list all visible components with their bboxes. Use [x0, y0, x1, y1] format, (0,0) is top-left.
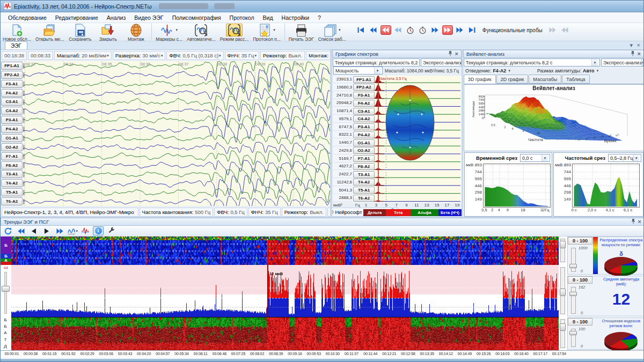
dropdown-arrow-icon[interactable]: ▾	[273, 28, 275, 32]
close-icon[interactable]: ×	[638, 219, 641, 224]
eeg-traces-canvas[interactable]	[23, 61, 330, 206]
pin-icon[interactable]	[630, 50, 635, 57]
eeg-channel-t3-a1[interactable]: T3-A1	[1, 170, 23, 178]
eeg-channel-fp2-a2[interactable]: FP2-A2	[1, 71, 23, 79]
spectra-panel-titlebar[interactable]: Графики спектров ×	[332, 50, 462, 58]
nav-timer-button[interactable]	[405, 25, 416, 35]
eeg-channel-f7-a1[interactable]: F7-A1	[1, 152, 23, 160]
tab-eeg[interactable]: ЭЭГ	[5, 41, 27, 49]
spectrum-channel-fp2-a2[interactable]: FP2-A2	[353, 84, 375, 91]
window-titlebar[interactable]: Epiactivity, 13 лет, 04.10.2006 - Нейрон…	[1, 1, 644, 12]
dropdown-arrow-icon[interactable]: ▾	[339, 28, 341, 32]
menu-item-video-eeg[interactable]: Видео ЭЭГ	[130, 13, 167, 22]
toolbar-button-open-exam[interactable]: Открыть ме...	[33, 23, 66, 42]
trends-info-button[interactable]: i	[93, 226, 104, 235]
close-icon[interactable]: ×	[638, 51, 641, 56]
frequency-slice-select[interactable]: 0,5–2,8 Гц▾	[608, 154, 641, 162]
wavelet-tab-2d-график[interactable]: 2D график	[496, 75, 529, 84]
panel-slider-thumb[interactable]	[569, 264, 577, 268]
menu-item-settings[interactable]: Настройки	[277, 13, 314, 22]
toolbar-button-save[interactable]: Сохранить	[66, 23, 94, 42]
eeg-channel-c3-a1[interactable]: C3-A1	[1, 98, 23, 106]
eeg-setting-4[interactable]: ФВЧ:0,5 Гц (0,318 с)▾	[166, 51, 223, 60]
eeg-channel-c4-a2[interactable]: C4-A2	[1, 107, 23, 115]
spectrum-channel-t4-a2[interactable]: T4-A2	[353, 179, 375, 186]
eeg-channel-t4-a2[interactable]: T4-A2	[1, 179, 23, 187]
eeg-channel-f4-a2[interactable]: F4-A2	[1, 89, 23, 97]
menu-item-exam[interactable]: Обследование	[4, 13, 51, 22]
wavelet-page-select[interactable]: Текущая страница: длительность 8,2 с▾	[464, 58, 600, 67]
wavelet-lead-select[interactable]: Отведение:F4-A2▾	[465, 67, 510, 75]
pin-icon[interactable]	[448, 50, 453, 57]
trends-chart-mode-button[interactable]: ▾	[67, 226, 78, 235]
wavelet-amplitude-range-select[interactable]: Размах амплитуды:Авто▾	[537, 67, 598, 75]
amplitude-slider-thumb[interactable]	[2, 286, 10, 292]
spectrum-channel-p3-a1[interactable]: P3-A1	[353, 123, 375, 130]
eeg-channel-f3-a1[interactable]: F3-A1	[1, 80, 23, 88]
dropdown-arrow-icon[interactable]: ▾	[219, 54, 221, 58]
spectrum-channel-f3-a1[interactable]: F3-A1	[353, 92, 375, 99]
toolbar-button-view-mode[interactable]: Режим расс...	[218, 23, 251, 42]
nav-rew-button[interactable]	[380, 25, 391, 35]
spectrum-channel-f7-a1[interactable]: F7-A1	[353, 155, 375, 162]
eeg-channel-p4-a2[interactable]: P4-A2	[1, 125, 23, 133]
menu-item-edit[interactable]: Редактирование	[51, 13, 103, 22]
panel-slider-track[interactable]	[571, 248, 576, 272]
spectra-page-select[interactable]: Текущая страница: длительность 8,2 с▾	[333, 58, 420, 67]
spectra-express-select[interactable]: Экспресс-анализ▾	[421, 58, 462, 67]
nav-rew-button[interactable]	[393, 25, 404, 35]
spectrum-channel-p4-a2[interactable]: P4-A2	[353, 131, 375, 138]
eeg-channel-o1-a1[interactable]: O1-A1	[1, 134, 23, 142]
func-tests-prev-button[interactable]	[560, 25, 570, 35]
nav-timer-button[interactable]	[418, 25, 428, 35]
spectrum-channel-t6-a2[interactable]: T6-A2	[353, 195, 375, 202]
eeg-channel-p3-a1[interactable]: P3-A1	[1, 116, 23, 124]
menu-item-view[interactable]: Вид	[259, 13, 277, 22]
nav-fwd-button[interactable]	[442, 25, 453, 35]
nav-skip-start-button[interactable]	[356, 25, 367, 35]
spectrum-channel-f8-a2[interactable]: F8-A2	[353, 163, 375, 170]
toolbar-button-protocol[interactable]: ▾Протокол п...	[251, 23, 282, 42]
pin-icon[interactable]	[631, 218, 636, 225]
eeg-channel-f8-a2[interactable]: F8-A2	[1, 161, 23, 169]
menu-item-polysomnography[interactable]: Полисомнография	[168, 13, 225, 22]
menu-item-protocol[interactable]: Протокол	[225, 13, 259, 22]
panel-slider-thumb[interactable]	[569, 331, 577, 335]
wavelet-tab-масштабы[interactable]: Масштабы	[529, 75, 561, 84]
trends-step-prev-button[interactable]	[28, 226, 39, 235]
eeg-channel-t5-a1[interactable]: T5-A1	[1, 188, 23, 196]
nav-rew-button[interactable]	[368, 25, 379, 35]
wavelet-tab-3d-график[interactable]: 3D график	[464, 75, 496, 84]
wavelet-tab-таблица[interactable]: Таблица	[562, 75, 589, 84]
spectrum-channel-fp1-a1[interactable]: FP1-A1	[353, 76, 375, 83]
trends-refresh-button[interactable]	[3, 226, 13, 235]
menu-item-help[interactable]: ?	[313, 13, 325, 22]
nav-skip-end-button[interactable]	[467, 25, 478, 35]
splitter-spectra-wavelet[interactable]	[462, 50, 463, 217]
eeg-channel-t6-a2[interactable]: T6-A2	[1, 197, 23, 205]
eeg-channel-fp1-a1[interactable]: FP1-A1	[1, 62, 23, 70]
nav-fwd-button[interactable]	[430, 25, 441, 35]
toolbar-button-close-exam[interactable]: Закрыть	[94, 23, 122, 42]
eeg-channel-o2-a2[interactable]: O2-A2	[1, 143, 23, 151]
trends-rhythm-canvas[interactable]	[11, 317, 559, 350]
trend-row-scrollbar-thumb[interactable]	[560, 241, 566, 248]
spectra-measure-select[interactable]: Мощность▾	[333, 67, 383, 75]
trend-row-scrollbar-thumb[interactable]	[560, 323, 566, 331]
panel-slider-track[interactable]	[571, 287, 576, 314]
trends-step-next-button[interactable]	[41, 226, 52, 235]
func-tests-next-button[interactable]	[547, 25, 558, 35]
spectrum-channel-o2-a2[interactable]: O2-A2	[353, 147, 375, 154]
wavelet-express-select[interactable]: Экспресс-анализ▾	[601, 58, 643, 67]
trends-amplitude-canvas[interactable]	[11, 265, 559, 317]
spectrum-channel-t3-a1[interactable]: T3-A1	[353, 171, 375, 178]
spectrum-channel-c3-a1[interactable]: C3-A1	[353, 108, 375, 115]
panel-slider-thumb[interactable]	[569, 292, 577, 296]
spectra-frequency-cursor[interactable]	[378, 76, 379, 202]
toolbar-button-new-exam[interactable]: Новое обсл...	[1, 23, 33, 42]
tab-close-icon[interactable]: ×	[637, 42, 640, 48]
trends-spectrogram-canvas[interactable]	[11, 237, 559, 265]
eeg-setting-5[interactable]: ФНЧ:35 Гц▾	[225, 51, 259, 60]
menu-item-analysis[interactable]: Анализ	[103, 13, 130, 22]
trends-settings-button[interactable]	[106, 226, 116, 235]
